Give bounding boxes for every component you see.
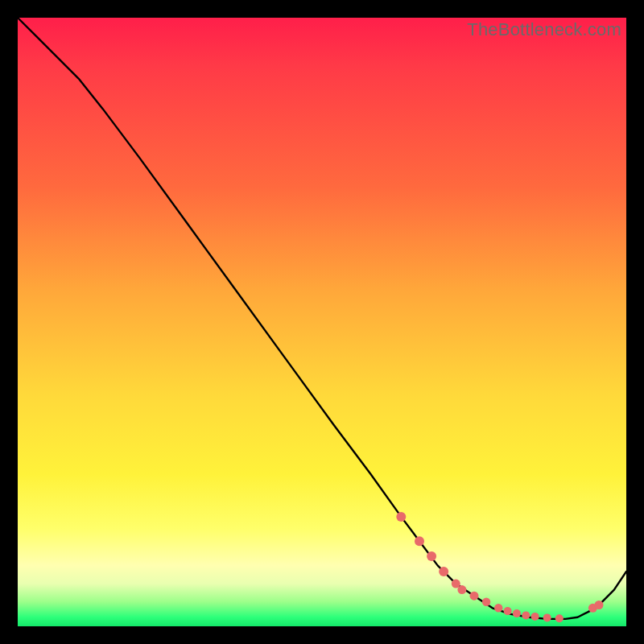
marker-dot — [494, 604, 502, 612]
marker-dot — [415, 536, 424, 546]
plot-area: TheBottleneck.com — [18, 18, 626, 626]
marker-dot — [531, 613, 539, 621]
marker-dots — [396, 512, 603, 622]
bottleneck-curve — [18, 18, 626, 619]
marker-dot — [439, 567, 448, 576]
chart-stage: TheBottleneck.com — [0, 0, 644, 644]
marker-dot — [555, 614, 564, 622]
marker-dot — [522, 611, 530, 619]
marker-dot — [427, 551, 436, 561]
marker-dot — [396, 512, 406, 522]
marker-dot — [543, 613, 551, 621]
curve-svg — [18, 18, 626, 626]
marker-dot — [504, 607, 512, 615]
marker-dot — [595, 601, 604, 609]
marker-dot — [482, 598, 490, 606]
marker-dot — [470, 592, 479, 601]
marker-dot — [457, 585, 466, 594]
marker-dot — [513, 609, 521, 617]
